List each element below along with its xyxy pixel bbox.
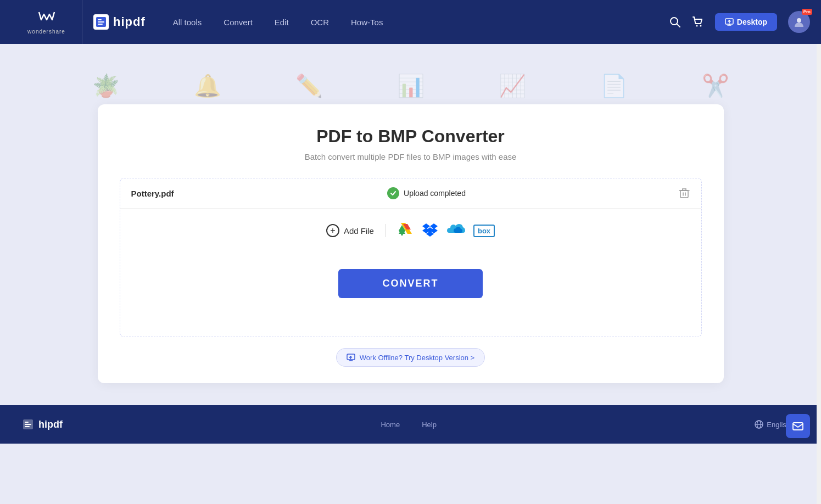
footer-help-link[interactable]: Help: [422, 421, 437, 429]
deco-scissors: ✂️: [702, 73, 729, 99]
desktop-btn-label: Desktop: [737, 18, 767, 26]
svg-point-7: [700, 25, 701, 27]
desktop-link-row: Work Offline? Try Desktop Version >: [120, 348, 702, 367]
deco-plant: 🪴: [92, 73, 120, 99]
file-name: Pottery.pdf: [131, 189, 174, 198]
upload-status: Upload completed: [387, 187, 466, 199]
svg-line-5: [677, 24, 680, 27]
hipdf-brand-text: hipdf: [113, 15, 146, 29]
dropbox-icon[interactable]: [422, 221, 438, 240]
nav-edit[interactable]: Edit: [275, 18, 289, 27]
desktop-button[interactable]: Desktop: [715, 13, 777, 31]
add-file-button[interactable]: + Add File: [326, 224, 374, 237]
deco-lamp: 🔔: [194, 73, 221, 99]
hipdf-icon-box: [93, 14, 109, 30]
check-icon: [387, 187, 399, 199]
wondershare-text: wondershare: [27, 29, 65, 35]
file-row: Pottery.pdf Upload completed: [120, 178, 701, 209]
convert-section: CONVERT: [120, 253, 701, 304]
svg-point-12: [797, 18, 801, 23]
scrollbar[interactable]: [817, 0, 821, 504]
delete-file-button[interactable]: [679, 188, 690, 199]
deco-monitor: 📊: [397, 73, 425, 99]
svg-rect-13: [680, 191, 688, 198]
svg-rect-3: [98, 24, 103, 25]
pro-badge: Pro: [802, 9, 812, 15]
ws-icon: [37, 10, 57, 26]
main-content: PDF to BMP Converter Batch convert multi…: [0, 99, 821, 405]
footer-home-link[interactable]: Home: [381, 421, 400, 429]
add-file-row: + Add File: [120, 209, 701, 253]
footer-links: Home Help: [381, 421, 436, 429]
footer-hipdf-text: hipdf: [38, 419, 63, 430]
svg-point-6: [696, 25, 697, 27]
nav-howtos[interactable]: How-Tos: [351, 18, 383, 27]
nav-links: All tools Convert Edit OCR How-Tos: [173, 18, 669, 27]
search-button[interactable]: [669, 16, 681, 28]
convert-button[interactable]: CONVERT: [338, 269, 482, 298]
converter-subtitle: Batch convert multiple PDF files to BMP …: [120, 152, 702, 161]
hero-decorations: 🪴 🔔 ✏️ 📊 📈 📄 ✂️: [0, 44, 821, 99]
wondershare-logo: wondershare: [11, 0, 82, 44]
nav-alltools[interactable]: All tools: [173, 18, 202, 27]
add-file-icon: +: [326, 224, 339, 237]
svg-rect-1: [98, 19, 102, 20]
nav-ocr[interactable]: OCR: [311, 18, 329, 27]
upload-status-text: Upload completed: [404, 189, 466, 198]
box-icon[interactable]: box: [473, 225, 495, 237]
desktop-version-link[interactable]: Work Offline? Try Desktop Version >: [336, 348, 485, 367]
desktop-link-text: Work Offline? Try Desktop Version >: [360, 354, 474, 362]
onedrive-icon[interactable]: [446, 222, 466, 239]
svg-rect-2: [98, 21, 104, 23]
svg-rect-42: [793, 423, 803, 430]
footer: hipdf Home Help English: [0, 405, 821, 444]
hero-background: 🪴 🔔 ✏️ 📊 📈 📄 ✂️: [0, 44, 821, 99]
cart-button[interactable]: [692, 16, 704, 28]
svg-rect-38: [25, 426, 30, 427]
spacer: [120, 304, 701, 337]
cloud-storage-icons: box: [396, 221, 495, 240]
svg-rect-37: [25, 424, 31, 425]
deco-pencils: ✏️: [295, 73, 323, 99]
google-drive-icon[interactable]: [396, 221, 414, 240]
nav-convert[interactable]: Convert: [224, 18, 253, 27]
vertical-divider: [385, 224, 386, 237]
avatar-wrapper: Pro: [788, 11, 810, 33]
converter-title: PDF to BMP Converter: [120, 126, 702, 147]
svg-rect-36: [25, 422, 29, 423]
converter-card: PDF to BMP Converter Batch convert multi…: [98, 104, 724, 383]
navbar: wondershare hipdf All tools Convert Edit…: [0, 0, 821, 44]
nav-actions: Desktop Pro: [669, 11, 810, 33]
footer-logo: hipdf: [22, 418, 63, 430]
floating-mail-button[interactable]: [786, 414, 810, 438]
hipdf-logo: hipdf: [82, 14, 146, 30]
deco-doc: 📄: [600, 73, 628, 99]
deco-chart: 📈: [499, 73, 526, 99]
file-upload-area: Pottery.pdf Upload completed: [120, 178, 702, 337]
add-file-label: Add File: [344, 226, 374, 236]
